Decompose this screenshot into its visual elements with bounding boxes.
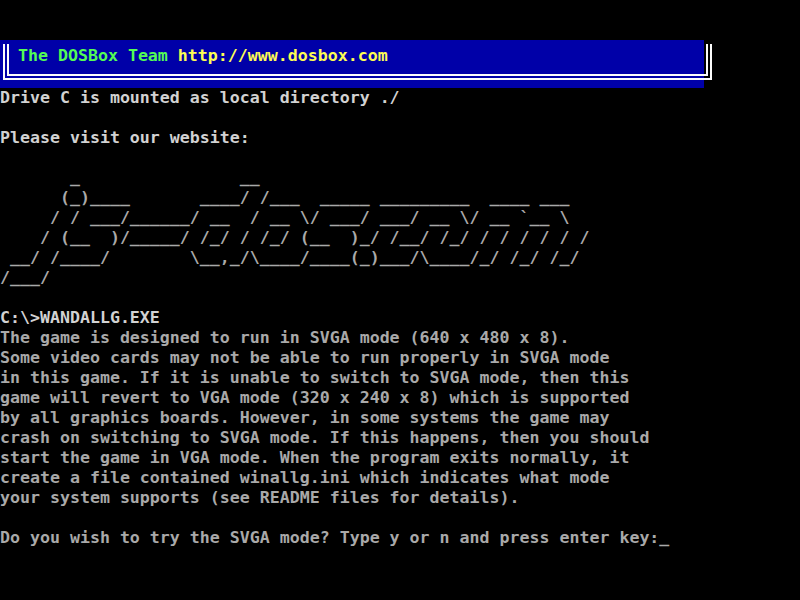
svga-question-text: Do you wish to try the SVGA mode? Type y… xyxy=(0,528,659,547)
jsdos-ascii-logo: _ __ (_)____ ____/ /___ _____ _________ … xyxy=(0,168,589,288)
visit-message: Please visit our website: xyxy=(0,128,250,148)
dosbox-banner: The DOSBox Team http://www.dosbox.com xyxy=(0,40,704,88)
svga-question-line[interactable]: Do you wish to try the SVGA mode? Type y… xyxy=(0,528,669,548)
command-line: C:\>WANDALLG.EXE xyxy=(0,308,160,328)
dosbox-screen[interactable]: The DOSBox Team http://www.dosbox.com Dr… xyxy=(0,0,800,600)
banner-url-text: http://www.dosbox.com xyxy=(178,46,388,65)
game-info-text: The game is designed to run in SVGA mode… xyxy=(0,328,649,508)
mount-message: Drive C is mounted as local directory ./ xyxy=(0,88,400,108)
banner-border-box: The DOSBox Team http://www.dosbox.com xyxy=(3,44,712,80)
text-cursor[interactable]: _ xyxy=(659,528,669,547)
banner-team-text: The DOSBox Team xyxy=(18,46,178,65)
